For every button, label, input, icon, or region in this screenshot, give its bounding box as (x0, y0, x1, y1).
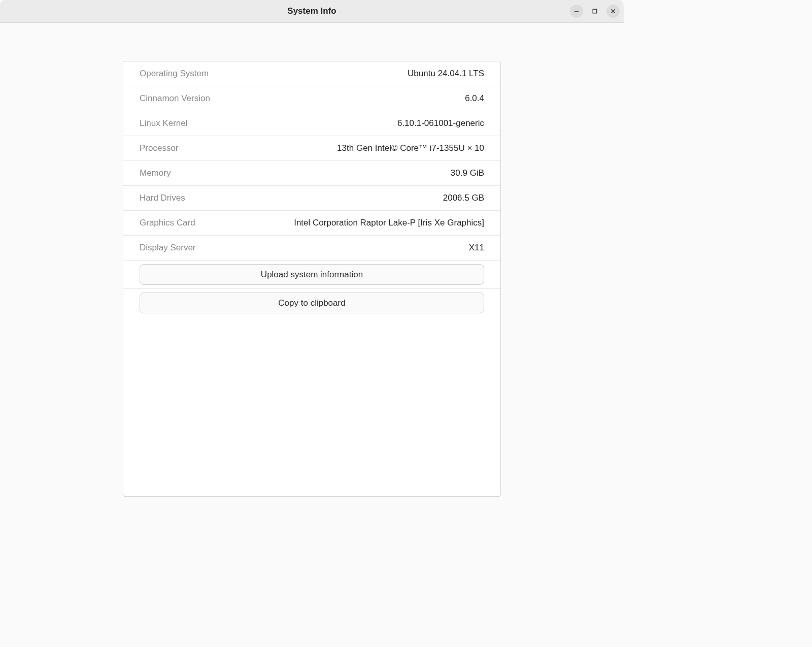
info-panel: Operating System Ubuntu 24.04.1 LTS Cinn… (123, 61, 501, 497)
label-linux-kernel: Linux Kernel (140, 118, 188, 128)
minimize-icon (573, 8, 580, 14)
row-operating-system: Operating System Ubuntu 24.04.1 LTS (123, 61, 500, 86)
value-hard-drives: 2006.5 GB (443, 193, 484, 203)
value-processor: 13th Gen Intel© Core™ i7-1355U × 10 (337, 143, 484, 153)
close-button[interactable] (606, 5, 620, 18)
label-cinnamon-version: Cinnamon Version (140, 93, 210, 104)
copy-to-clipboard-button[interactable]: Copy to clipboard (140, 293, 484, 313)
value-operating-system: Ubuntu 24.04.1 LTS (408, 69, 484, 79)
window-controls (570, 5, 620, 18)
system-info-window: System Info Operating System (0, 0, 624, 497)
value-linux-kernel: 6.10.1-061001-generic (397, 118, 484, 128)
row-graphics-card: Graphics Card Intel Corporation Raptor L… (123, 211, 500, 236)
label-operating-system: Operating System (140, 69, 209, 79)
value-cinnamon-version: 6.0.4 (465, 93, 484, 104)
row-display-server: Display Server X11 (123, 236, 500, 261)
row-memory: Memory 30.9 GiB (123, 161, 500, 186)
close-icon (610, 8, 616, 14)
value-memory: 30.9 GiB (451, 168, 484, 178)
button-row-upload: Upload system information (123, 261, 500, 289)
label-display-server: Display Server (140, 243, 196, 253)
copy-button-label: Copy to clipboard (278, 298, 345, 308)
row-processor: Processor 13th Gen Intel© Core™ i7-1355U… (123, 136, 500, 161)
label-processor: Processor (140, 143, 179, 153)
minimize-button[interactable] (570, 5, 583, 18)
value-display-server: X11 (469, 243, 484, 253)
value-graphics-card: Intel Corporation Raptor Lake-P [Iris Xe… (294, 218, 484, 228)
button-row-copy: Copy to clipboard (123, 289, 500, 317)
row-cinnamon-version: Cinnamon Version 6.0.4 (123, 86, 500, 111)
label-memory: Memory (140, 168, 171, 178)
row-linux-kernel: Linux Kernel 6.10.1-061001-generic (123, 111, 500, 136)
upload-button-label: Upload system information (261, 270, 363, 280)
upload-system-info-button[interactable]: Upload system information (140, 264, 484, 285)
maximize-button[interactable] (588, 5, 601, 18)
content-area: Operating System Ubuntu 24.04.1 LTS Cinn… (0, 23, 624, 497)
svg-rect-1 (593, 9, 597, 13)
maximize-icon (592, 8, 598, 14)
titlebar: System Info (0, 0, 624, 23)
row-hard-drives: Hard Drives 2006.5 GB (123, 186, 500, 211)
label-hard-drives: Hard Drives (140, 193, 185, 203)
window-title: System Info (287, 6, 336, 16)
label-graphics-card: Graphics Card (140, 218, 195, 228)
